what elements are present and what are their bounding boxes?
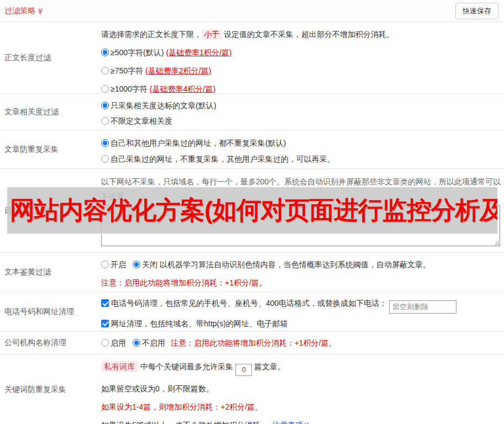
radio-selected-icon[interactable]	[101, 139, 109, 147]
page-title[interactable]: 过滤策略 ≫	[4, 6, 44, 16]
radio-selected-icon[interactable]	[101, 102, 109, 109]
porn-filter-off[interactable]: 关闭	[133, 260, 158, 269]
radio-icon[interactable]	[101, 117, 109, 125]
page-title-label: 过滤策略	[4, 6, 35, 16]
row-label: 关键词防重复采集	[0, 354, 97, 424]
quick-save-button[interactable]: 快速保存	[455, 3, 498, 19]
row-label: 文章相关度过滤	[0, 94, 97, 130]
porn-filter-desc: 以机器学习算法自动识别色情内容，当色情概率达到系统阈值，自动屏蔽文章。	[158, 260, 431, 269]
keyword-note-zero: 如果留空或设为0，则不限篇数。	[101, 383, 500, 394]
private-lexicon-tag[interactable]: 私有词库	[101, 361, 138, 372]
radio-icon[interactable]	[101, 67, 109, 75]
double-chevron-down-icon: ≫	[303, 422, 310, 424]
row-target-site-filter: 目标网站过滤 以下网站不采集，只填域名，每行一个，最多200个。系统会自动识别并…	[0, 169, 504, 253]
watermark-banner-overlay: 网站内容优化方案(如何对页面进行监控分析及	[7, 187, 497, 234]
double-chevron-down-icon: ≫	[37, 8, 44, 15]
row-label: 公司机构名称清理	[0, 332, 97, 354]
row-relevance-filter: 文章相关度过滤 只采集相关度达标的文章(默认) 不限定文章相关度	[0, 94, 504, 130]
radio-icon[interactable]	[101, 85, 109, 93]
porn-filter-note: 注意：启用此功能将增加积分消耗：+1积分/篇。	[101, 277, 500, 288]
row-porn-filter: 文本鉴黄过滤 开启关闭 以机器学习算法自动识别色情内容，当色情概率达到系统阈值，…	[0, 253, 504, 292]
length-intro: 请选择需求的正文长度下限，小于 设定值的文章不采集，超出部分不增加积分消耗。	[101, 29, 500, 40]
fee-note: (基础费率1积分/篇)	[166, 48, 232, 57]
notes-link[interactable]: 注意事项≫	[272, 421, 311, 424]
dedup-option-self-only[interactable]: 自己采集过的网址，不重复采集，其他用户采集过的，可以再采。	[101, 153, 500, 165]
radio-selected-icon[interactable]	[133, 261, 140, 268]
watermark-banner-text: 网站内容优化方案(如何对页面进行监控分析及	[7, 194, 497, 227]
row-phone-url-clean: 电话号码和网址清理 电话号码清理，包括常见的手机号、座机号、400电话格式，或替…	[0, 292, 504, 332]
row-keyword-dedup: 关键词防重复采集 私有词库中每个关键词最多允许采集篇文章。 如果留空或设为0，则…	[0, 354, 504, 424]
company-clean-off[interactable]: 不启用	[133, 338, 165, 347]
row-label: 文章防重复采集	[0, 130, 97, 168]
row-label: 正文长度过滤	[0, 22, 97, 93]
phone-clean-option[interactable]: 电话号码清理，包括常见的手机号、座机号、400电话格式，或替换成如下电话：	[101, 298, 500, 314]
row-label: 电话号码和网址清理	[0, 292, 97, 331]
radio-icon[interactable]	[101, 155, 109, 163]
length-option-1000[interactable]: ≥1000字符(基础费率4积分/篇)	[101, 83, 500, 94]
length-option-750[interactable]: ≥750字符(基础费率2积分/篇)	[101, 65, 500, 76]
toolbar: 过滤策略 ≫ 快速保存	[0, 0, 504, 22]
radio-icon[interactable]	[101, 261, 109, 268]
row-dedup-collection: 文章防重复采集 自己和其他用户采集过的网址，都不重复采集(默认) 自己采集过的网…	[0, 130, 504, 169]
radio-icon[interactable]	[101, 339, 109, 347]
fee-note: (基础费率4积分/篇)	[150, 84, 216, 93]
dedup-option-all-users[interactable]: 自己和其他用户采集过的网址，都不重复采集(默认)	[101, 137, 500, 149]
checkbox-checked-icon[interactable]	[101, 299, 109, 307]
max-articles-input[interactable]	[235, 364, 252, 376]
relevance-option-strict[interactable]: 只采集相关度达标的文章(默认)	[101, 100, 500, 111]
keyword-note-five: 如果设为5篇或以上，也不会额外增加积分消耗。注意事项≫	[101, 420, 500, 424]
replacement-phone-input[interactable]	[389, 300, 456, 314]
row-company-name-clean: 公司机构名称清理 启用不启用 注意：启用此功能将增加积分消耗：+1积分/篇。	[0, 332, 504, 354]
radio-selected-icon[interactable]	[101, 49, 109, 56]
less-than-highlight: 小于	[202, 29, 222, 39]
url-clean-option[interactable]: 网址清理，包括纯域名、带http(s)的网址、电子邮箱	[101, 318, 500, 329]
company-clean-options: 启用不启用 注意：启用此功能将增加积分消耗：+1积分/篇。	[101, 337, 500, 348]
keyword-note-fee: 如果设为1-4篇，则增加积分消耗：+2积分/篇。	[101, 401, 500, 412]
company-clean-note: 注意：启用此功能将增加积分消耗：+1积分/篇。	[171, 338, 337, 347]
company-clean-on[interactable]: 启用	[101, 338, 126, 347]
checkbox-checked-icon[interactable]	[101, 320, 109, 327]
fee-note: (基础费率2积分/篇)	[145, 66, 211, 75]
relevance-option-any[interactable]: 不限定文章相关度	[101, 115, 500, 126]
row-content-length-filter: 正文长度过滤 请选择需求的正文长度下限，小于 设定值的文章不采集，超出部分不增加…	[0, 22, 504, 94]
length-option-500[interactable]: ≥500字符(默认)(基础费率1积分/篇)	[101, 47, 500, 58]
radio-selected-icon[interactable]	[133, 339, 140, 347]
porn-filter-on[interactable]: 开启	[101, 260, 126, 269]
row-label: 文本鉴黄过滤	[0, 253, 97, 292]
porn-filter-options: 开启关闭 以机器学习算法自动识别色情内容，当色情概率达到系统阈值，自动屏蔽文章。	[101, 259, 500, 270]
keyword-limit-line: 私有词库中每个关键词最多允许采集篇文章。	[101, 361, 500, 376]
